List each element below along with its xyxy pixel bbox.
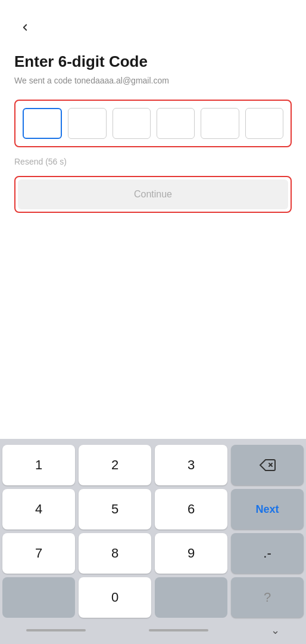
keyboard-grid: 1 2 3 4 5 6 Next xyxy=(2,445,304,618)
keyboard-bottom-bar: ⌄ xyxy=(2,618,304,642)
key-3[interactable]: 3 xyxy=(155,445,227,485)
key-7[interactable]: 7 xyxy=(2,533,75,574)
code-box-5[interactable] xyxy=(201,108,239,139)
code-box-6[interactable] xyxy=(245,108,283,139)
resend-label: Resend (56 s) xyxy=(14,157,292,166)
key-question[interactable]: ? xyxy=(231,577,304,618)
key-5[interactable]: 5 xyxy=(79,489,151,530)
page-title: Enter 6-digit Code xyxy=(14,52,292,71)
key-1[interactable]: 1 xyxy=(2,445,75,485)
key-9[interactable]: 9 xyxy=(155,533,227,574)
code-input-group[interactable] xyxy=(14,100,292,147)
keyboard: 1 2 3 4 5 6 Next xyxy=(0,439,306,644)
backspace-icon xyxy=(259,459,276,472)
key-empty-right xyxy=(155,577,227,618)
key-6[interactable]: 6 xyxy=(155,489,227,530)
bottom-line-center xyxy=(149,629,208,631)
code-box-1[interactable] xyxy=(23,108,62,139)
code-box-4[interactable] xyxy=(157,108,195,139)
key-empty-left xyxy=(2,577,75,618)
continue-button[interactable]: Continue xyxy=(18,179,288,209)
bottom-line-left xyxy=(26,629,86,631)
back-button[interactable] xyxy=(14,17,36,38)
code-box-2[interactable] xyxy=(68,108,106,139)
subtitle-text: We sent a code tonedaaaa.al@gmail.com xyxy=(14,76,292,85)
key-0[interactable]: 0 xyxy=(79,577,151,618)
key-punctuation[interactable]: .- xyxy=(231,533,304,574)
key-backspace[interactable] xyxy=(231,445,304,485)
key-8[interactable]: 8 xyxy=(79,533,151,574)
code-box-3[interactable] xyxy=(113,108,151,139)
continue-button-wrapper: Continue xyxy=(14,176,292,213)
key-2[interactable]: 2 xyxy=(79,445,151,485)
key-next[interactable]: Next xyxy=(231,489,304,530)
chevron-down-icon[interactable]: ⌄ xyxy=(271,624,280,637)
key-4[interactable]: 4 xyxy=(2,489,75,530)
